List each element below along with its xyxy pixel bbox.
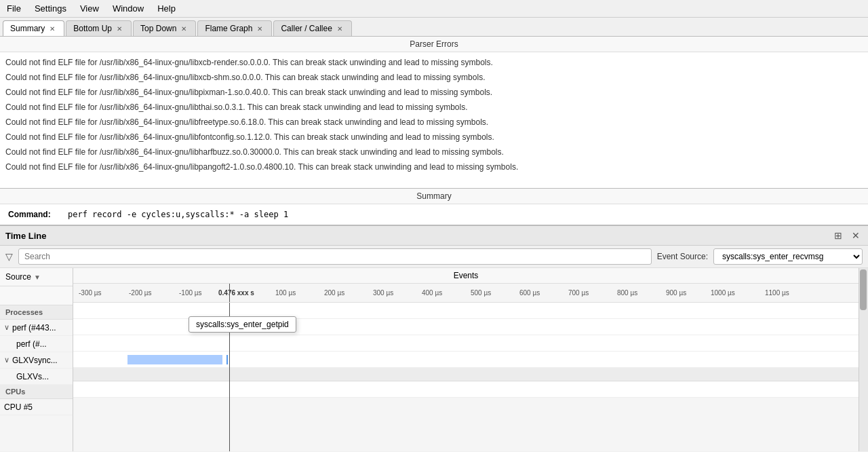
filter-icon: ▽ — [5, 251, 13, 262]
tab-summary-label: Summary — [10, 24, 45, 33]
error-line: Could not find ELF file for /usr/lib/x86… — [5, 145, 863, 159]
processes-label: Processes — [0, 305, 73, 320]
tree-row-perf-child[interactable]: perf (#... — [0, 336, 73, 352]
tree-row-perf[interactable]: ∨ perf (#443... — [0, 320, 73, 336]
current-time-label: 0.476 xxx s — [218, 289, 254, 297]
menu-window[interactable]: Window — [106, 1, 151, 16]
tick-label: 300 µs — [373, 289, 393, 297]
event-source-label: Event Source: — [657, 252, 708, 261]
tabs-bar: Summary ✕ Bottom Up ✕ Top Down ✕ Flame G… — [0, 18, 868, 37]
timeline-header: Time Line ⊞ ✕ — [0, 226, 868, 246]
tick-label: -100 µs — [179, 289, 202, 297]
event-bar-glx — [127, 355, 222, 364]
source-header: Source ▼ — [0, 268, 73, 286]
process-label-perf-child: perf (#... — [16, 339, 47, 349]
menu-bar: File Settings View Window Help — [0, 0, 868, 18]
timeline-body: Source ▼ Processes ∨ perf (#443... perf … — [0, 268, 868, 451]
error-line: Could not find ELF file for /usr/lib/x86… — [5, 70, 863, 85]
track-row-glx-thread — [73, 352, 859, 368]
summary-content: Command: perf record -e cycles:u,syscall… — [0, 204, 868, 225]
tab-caller-callee-close[interactable]: ✕ — [335, 24, 344, 33]
tick-label: 500 µs — [471, 289, 491, 297]
scrollbar-thumb[interactable] — [860, 269, 867, 310]
tab-bottom-up-label: Bottom Up — [73, 24, 112, 33]
timeline-left-panel: Source ▼ Processes ∨ perf (#443... perf … — [0, 268, 73, 451]
cpus-label: CPUs — [0, 385, 73, 399]
expand-icon-perf[interactable]: ∨ — [4, 323, 9, 332]
main-content: Parser Errors Could not find ELF file fo… — [0, 37, 868, 451]
menu-view[interactable]: View — [73, 1, 106, 16]
process-label-perf: perf (#443... — [12, 323, 56, 333]
tree-row-cpu5[interactable]: CPU #5 — [0, 399, 73, 415]
menu-file[interactable]: File — [0, 1, 28, 16]
event-source-select[interactable]: syscalls:sys_enter_recvmsg — [713, 248, 863, 265]
tab-top-down[interactable]: Top Down ✕ — [133, 20, 196, 36]
expand-icon-glx[interactable]: ∨ — [4, 356, 9, 364]
tooltip-text: syscalls:sys_enter_getpid — [196, 320, 289, 329]
search-input[interactable] — [18, 248, 652, 265]
menu-help[interactable]: Help — [151, 1, 182, 16]
summary-header: Summary — [0, 189, 868, 204]
timeline-title: Time Line — [5, 231, 46, 241]
summary-command-value: perf record -e cycles:u,syscalls:* -a sl… — [68, 210, 288, 219]
parser-errors-section: Parser Errors Could not find ELF file fo… — [0, 37, 868, 189]
tab-bottom-up-close[interactable]: ✕ — [115, 24, 124, 33]
tab-summary-close[interactable]: ✕ — [47, 24, 57, 33]
menu-settings[interactable]: Settings — [28, 1, 73, 16]
tab-flame-graph-label: Flame Graph — [205, 24, 252, 33]
source-label: Source — [5, 272, 31, 282]
tab-top-down-close[interactable]: ✕ — [179, 24, 189, 33]
tick-label: 800 µs — [617, 289, 637, 297]
tab-caller-callee-label: Caller / Callee — [281, 24, 332, 33]
timeline-section: Time Line ⊞ ✕ ▽ Event Source: syscalls:s… — [0, 225, 868, 451]
error-line: Could not find ELF file for /usr/lib/x86… — [5, 55, 863, 70]
events-header-spacer — [0, 286, 73, 305]
track-rows-container: syscalls:sys_enter_getpid — [73, 303, 859, 451]
error-line: Could not find ELF file for /usr/lib/x86… — [5, 130, 863, 145]
timeline-ruler: -300 µs -200 µs -100 µs 0.476 xxx s 100 … — [73, 284, 859, 303]
tick-label: 200 µs — [324, 289, 344, 297]
events-header: Events — [73, 268, 859, 284]
summary-command-row: Command: perf record -e cycles:u,syscall… — [8, 208, 860, 221]
tree-row-glx-child[interactable]: GLXVs... — [0, 369, 73, 385]
error-line: Could not find ELF file for /usr/lib/x86… — [5, 100, 863, 115]
tree-row-glx[interactable]: ∨ GLXVsync... — [0, 352, 73, 369]
summary-section: Summary Command: perf record -e cycles:u… — [0, 189, 868, 225]
tick-label: 400 µs — [422, 289, 442, 297]
tab-top-down-label: Top Down — [140, 24, 176, 33]
tick-label: 1100 µs — [765, 289, 789, 297]
process-label-glx-child: GLXVs... — [16, 372, 49, 381]
summary-command-label: Command: — [8, 210, 62, 219]
tab-caller-callee[interactable]: Caller / Callee ✕ — [273, 20, 351, 36]
source-dropdown-icon[interactable]: ▼ — [34, 274, 41, 281]
tick-label: 700 µs — [568, 289, 589, 297]
timeline-right-panel: Events -300 µs -200 µs -100 µs 0.476 xxx… — [73, 268, 859, 451]
timeline-zoom-icon[interactable]: ⊞ — [831, 229, 845, 242]
cpus-track-label — [73, 368, 859, 381]
error-line: Could not find ELF file for /usr/lib/x86… — [5, 159, 863, 174]
tick-label: 600 µs — [519, 289, 540, 297]
cpu-label: CPU #5 — [4, 402, 33, 412]
tab-flame-graph-close[interactable]: ✕ — [255, 24, 264, 33]
scrollbar[interactable] — [859, 268, 868, 451]
tick-label: 900 µs — [666, 289, 686, 297]
timeline-toolbar: ▽ Event Source: syscalls:sys_enter_recvm… — [0, 246, 868, 268]
timeline-controls: ⊞ ✕ — [831, 229, 863, 242]
tick-label: -300 µs — [79, 289, 102, 297]
tab-summary[interactable]: Summary ✕ — [3, 20, 64, 36]
event-bar-glx-2 — [226, 355, 228, 364]
tab-flame-graph[interactable]: Flame Graph ✕ — [197, 20, 272, 36]
parser-errors-content[interactable]: Could not find ELF file for /usr/lib/x86… — [0, 52, 868, 188]
tick-label: -200 µs — [129, 289, 152, 297]
error-line: Could not find ELF file for /usr/lib/x86… — [5, 115, 863, 130]
tick-label: 100 µs — [275, 289, 296, 297]
timeline-close-icon[interactable]: ✕ — [849, 229, 863, 242]
track-row-cpu5 — [73, 381, 859, 398]
track-row-glx — [73, 335, 859, 352]
tooltip-popup: syscalls:sys_enter_getpid — [189, 316, 296, 333]
cursor-line — [229, 284, 230, 303]
parser-errors-header: Parser Errors — [0, 37, 868, 52]
tab-bottom-up[interactable]: Bottom Up ✕ — [66, 20, 132, 36]
tick-label: 1000 µs — [711, 289, 735, 297]
process-label-glx: GLXVsync... — [12, 356, 58, 365]
